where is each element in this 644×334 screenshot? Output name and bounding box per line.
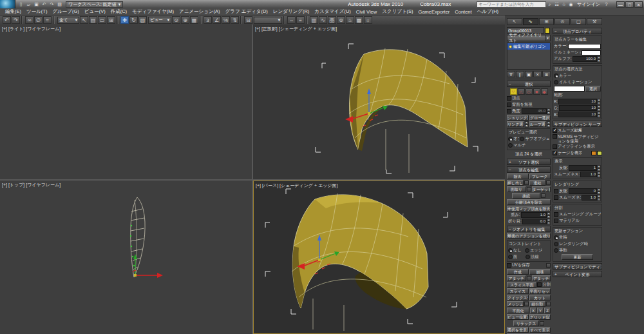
menu-content[interactable]: Content xyxy=(452,9,474,15)
select-by-color-radio[interactable] xyxy=(554,74,558,78)
ring-spinner[interactable]: ▲▼ xyxy=(525,121,529,127)
viewport-label[interactable]: [+] [トップ] [ワイヤフレーム] xyxy=(2,182,61,188)
extrude-settings-icon[interactable] xyxy=(524,181,529,185)
application-button[interactable] xyxy=(0,0,15,8)
select-and-rotate-icon[interactable]: ↻ xyxy=(129,16,138,24)
alpha-spinner[interactable]: 100.0▲▼ xyxy=(573,56,601,62)
target-weld-button[interactable]: ターゲット連結 xyxy=(532,186,551,192)
align-icon[interactable]: ≡ xyxy=(296,16,305,24)
menu-customize[interactable]: カスタマイズ(U) xyxy=(312,8,353,15)
menu-help[interactable]: ヘルプ(H) xyxy=(475,8,501,15)
planar-x-button[interactable]: X xyxy=(530,308,536,313)
update-always-radio[interactable] xyxy=(554,235,558,240)
modifier-stack[interactable]: 編集可能ポリゴン xyxy=(507,43,551,70)
tab-create-icon[interactable]: ↖ xyxy=(507,18,522,25)
view-align-button[interactable]: ビュー位置合わせ xyxy=(507,314,529,320)
use-nurms-checkbox[interactable] xyxy=(553,134,557,139)
make-planar-button[interactable]: 平面化 xyxy=(507,308,529,313)
loop-button[interactable]: ループ選択 xyxy=(529,121,547,127)
isoline-display-checkbox[interactable] xyxy=(553,144,557,149)
mesh-object[interactable] xyxy=(292,193,428,309)
create-button[interactable]: 作成 xyxy=(507,269,529,275)
menu-views[interactable]: ビュー(V) xyxy=(82,8,108,15)
slice-plane-button[interactable]: スライス平面 xyxy=(507,282,536,288)
modifier-list-dropdown[interactable]: モディファイヤリスト ▼ xyxy=(507,35,551,41)
search-icon[interactable]: ⌕ xyxy=(546,1,553,8)
weight-spinner[interactable]: 1.0▲▼ xyxy=(521,212,551,218)
undo-icon[interactable]: ↶ xyxy=(3,16,11,24)
search-input[interactable] xyxy=(477,1,546,8)
close-button[interactable]: × xyxy=(634,1,643,8)
tessellate-settings-icon[interactable] xyxy=(546,302,551,306)
hide-selected-button[interactable]: 選択を非表示 xyxy=(507,327,529,333)
schematic-view-icon[interactable]: 品 xyxy=(328,16,336,24)
border-subobject-icon[interactable]: ◇ xyxy=(526,88,533,95)
redo-icon[interactable]: ↷ xyxy=(12,16,20,24)
select-and-manipulate-icon[interactable]: ⊕ xyxy=(181,16,189,24)
render-iterations-spinner[interactable]: 0▲▼ xyxy=(569,188,601,194)
display-iterations-spinner[interactable]: 1▲▼ xyxy=(569,165,601,171)
viewport-canvas-orthographic[interactable] xyxy=(253,25,505,179)
break-button[interactable]: ブレーク xyxy=(529,173,551,179)
ring-button[interactable]: リング選択 xyxy=(507,121,524,127)
mesh-object-wireframe[interactable] xyxy=(131,197,145,277)
show-cage-checkbox[interactable] xyxy=(553,151,557,155)
tab-utilities-icon[interactable]: ⚒ xyxy=(587,18,602,25)
by-angle-checkbox[interactable] xyxy=(507,109,511,113)
angle-snap-icon[interactable]: ∠ xyxy=(213,16,221,24)
visibility-bulb-icon[interactable] xyxy=(509,45,512,48)
configure-modifier-sets-icon[interactable]: ⊞ xyxy=(542,71,551,77)
bind-to-space-warp-icon[interactable]: ≈ xyxy=(43,16,52,24)
relax-button[interactable]: リラックス xyxy=(513,320,539,326)
preview-off-radio[interactable] xyxy=(508,137,513,141)
viewport-label[interactable]: [+] [ライト] [ワイヤフレーム] xyxy=(2,26,61,32)
minimize-button[interactable]: — xyxy=(616,1,625,8)
rectangular-selection-region-icon[interactable]: ▭ xyxy=(98,16,106,24)
viewport-right-wireframe[interactable]: [+] [ライト] [ワイヤフレーム] xyxy=(0,25,252,179)
weld-button[interactable]: 連結 xyxy=(529,180,546,186)
show-end-result-icon[interactable]: ∥ xyxy=(516,71,524,77)
connect-settings-icon[interactable] xyxy=(541,193,545,198)
render-iterations-checkbox[interactable] xyxy=(554,189,558,193)
unhide-all-button[interactable]: すべて表示 xyxy=(529,327,551,333)
element-subobject-icon[interactable]: ◆ xyxy=(541,88,548,95)
by-vertex-checkbox[interactable] xyxy=(507,96,511,101)
ignore-backfacing-checkbox[interactable] xyxy=(507,103,511,107)
constraint-edge-radio[interactable] xyxy=(525,248,529,253)
cut-button[interactable]: カット xyxy=(529,295,551,300)
select-by-illumination-radio[interactable] xyxy=(554,80,558,84)
rollout-soft-selection[interactable]: +ソフト選択 xyxy=(507,159,551,165)
update-manually-radio[interactable] xyxy=(554,248,558,253)
viewport-canvas-perspective[interactable] xyxy=(254,181,504,333)
menu-modifiers[interactable]: モディファイヤ(M) xyxy=(129,8,176,15)
preserve-uvs-settings-icon[interactable] xyxy=(546,263,551,268)
update-when-rendering-radio[interactable] xyxy=(554,242,558,246)
make-unique-icon[interactable]: ▣ xyxy=(525,71,533,77)
smooth-result-checkbox[interactable] xyxy=(553,128,557,133)
open-file-icon[interactable]: ▱ xyxy=(25,1,32,8)
rollout-subdivision-surface[interactable]: −サブディビジョン サーフェス xyxy=(553,121,602,127)
tab-display-icon[interactable]: ▢ xyxy=(571,18,586,25)
menu-game-exporter[interactable]: GameExporter xyxy=(416,9,453,15)
msmooth-button[interactable]: メッシュスムーズ xyxy=(507,301,524,307)
stack-item-editable-poly[interactable]: 編集可能ポリゴン xyxy=(507,43,550,50)
update-button[interactable]: 更新 xyxy=(562,254,593,260)
angle-spinner[interactable]: 45.0▲▼ xyxy=(522,108,551,114)
tessellate-button[interactable]: 細分割 xyxy=(529,301,546,307)
constraint-none-radio[interactable] xyxy=(508,248,513,253)
render-smoothness-checkbox[interactable] xyxy=(554,195,558,200)
vertex-color-swatch[interactable] xyxy=(568,44,601,49)
edge-subobject-icon[interactable]: △ xyxy=(518,88,525,95)
remove-unused-map-verts-button[interactable]: 未使用マップ頂点を除去 xyxy=(507,206,551,211)
render-smoothness-spinner[interactable]: 1.0▲▼ xyxy=(582,195,601,201)
save-file-icon[interactable]: ▣ xyxy=(33,1,40,8)
display-smoothness-spinner[interactable]: 1.0▲▼ xyxy=(580,172,601,177)
material-editor-icon[interactable]: ⊜ xyxy=(337,16,345,24)
rollout-selection[interactable]: −選択 xyxy=(507,81,551,87)
preview-multi-radio[interactable] xyxy=(508,143,513,148)
chamfer-settings-icon[interactable] xyxy=(527,187,531,192)
weld-settings-icon[interactable] xyxy=(546,181,551,185)
redo-icon[interactable]: ↷ xyxy=(48,1,55,8)
rollout-edit-geometry[interactable]: −ジオメトリを編集 xyxy=(507,226,551,232)
menu-rendering[interactable]: レンダリング(R) xyxy=(270,8,312,15)
